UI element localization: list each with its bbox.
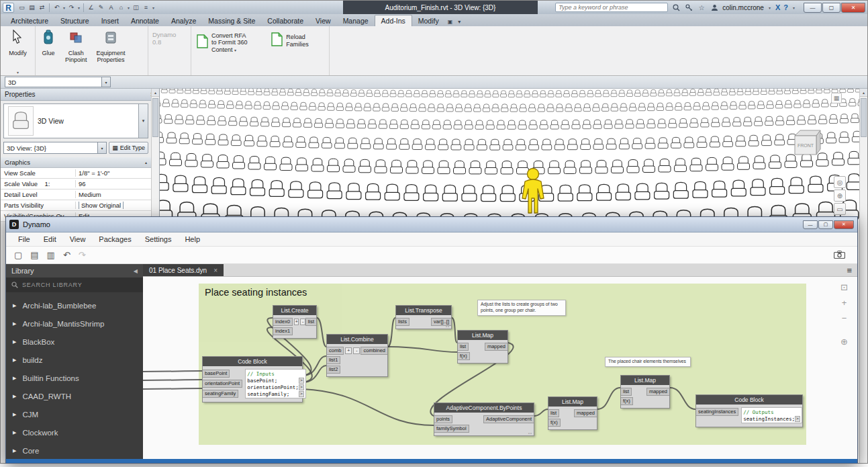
output-port[interactable]: > bbox=[299, 384, 304, 390]
node-code-block-inputs[interactable]: Code Block basePoint orientationPoint se… bbox=[202, 356, 303, 402]
qat-customize-caret-icon[interactable]: ▾ bbox=[151, 3, 156, 13]
modify-tool-button[interactable]: Modify bbox=[6, 28, 30, 58]
zoom-fit-icon[interactable]: ⊡ bbox=[840, 282, 848, 292]
combo-caret-icon[interactable]: ▾ bbox=[97, 142, 106, 153]
code-editor[interactable]: // Outputs seatingInstances;> bbox=[741, 407, 802, 423]
input-port[interactable]: seatingInstances bbox=[696, 408, 738, 416]
expand-arrow-icon[interactable]: ▶ bbox=[13, 303, 16, 308]
node-list-map-2[interactable]: List.Map list mapped f(x) bbox=[548, 396, 597, 430]
note-groups-of-points[interactable]: Adjust the lists to create groups of two… bbox=[477, 300, 566, 316]
library-item-caad-rwth[interactable]: ▶ CAAD_RWTH bbox=[6, 387, 143, 405]
equipment-properties-button[interactable]: Equipment Properties bbox=[94, 28, 128, 65]
menu-settings[interactable]: Settings bbox=[138, 235, 179, 243]
zoom-icon[interactable]: ⊕ bbox=[834, 189, 846, 202]
node-list-create[interactable]: List.Create index0 + - list index1 bbox=[273, 305, 317, 339]
scrollbar-thumb[interactable] bbox=[152, 98, 158, 137]
property-row[interactable]: Scale Value 1: 96 bbox=[1, 179, 151, 189]
tab-collaborate[interactable]: Collaborate bbox=[261, 15, 309, 26]
library-item-builtin-functions[interactable]: ▶ Builtin Functions bbox=[6, 369, 143, 387]
scroll-up-icon[interactable]: ▴ bbox=[860, 89, 867, 97]
menu-help[interactable]: Help bbox=[178, 235, 207, 243]
input-port[interactable]: list bbox=[621, 388, 632, 396]
qat-undo-icon[interactable]: ↶ bbox=[52, 3, 62, 13]
qat-open-icon[interactable]: ▭ bbox=[17, 3, 27, 13]
output-port[interactable]: mapped bbox=[574, 409, 597, 417]
expand-arrow-icon[interactable]: ▶ bbox=[13, 357, 16, 363]
exchange-apps-icon[interactable]: X bbox=[775, 3, 780, 11]
code-editor[interactable]: // Inputs basePoint;> orientationPoint;>… bbox=[245, 369, 306, 398]
input-port[interactable]: list bbox=[458, 343, 469, 351]
output-port[interactable]: mapped bbox=[646, 388, 669, 396]
ribbon-state-icon[interactable]: ▣ bbox=[445, 17, 456, 26]
workspace-menu-icon[interactable]: ≡ bbox=[847, 265, 852, 275]
output-port[interactable]: > bbox=[299, 378, 304, 384]
input-port[interactable]: f(x) bbox=[458, 352, 470, 360]
input-port[interactable]: index1 bbox=[273, 327, 293, 335]
close-button[interactable]: ✕ bbox=[834, 220, 854, 229]
expand-arrow-icon[interactable]: ▶ bbox=[13, 412, 16, 417]
zoom-in-icon[interactable]: + bbox=[840, 298, 848, 308]
view-properties-icon[interactable]: ▦ bbox=[831, 93, 842, 103]
search-icon[interactable] bbox=[671, 3, 681, 12]
library-item-archilab-bumblebee[interactable]: ▶ Archi-lab_Bumblebee bbox=[6, 296, 143, 314]
tab-view[interactable]: View bbox=[309, 15, 337, 26]
property-row[interactable]: Detail Level Medium bbox=[1, 189, 151, 200]
remove-port-button[interactable]: - bbox=[353, 347, 360, 354]
output-port[interactable]: > bbox=[795, 416, 800, 422]
redo-icon[interactable]: ↷ bbox=[79, 250, 86, 260]
add-port-button[interactable]: + bbox=[345, 347, 352, 354]
library-item-blackbox[interactable]: ▶ BlackBox bbox=[6, 333, 143, 351]
node-list-combine[interactable]: List.Combine comb + - combined list1 lis… bbox=[326, 334, 388, 377]
tab-annotate[interactable]: Annotate bbox=[125, 15, 165, 26]
workspace-tab[interactable]: 01 Place Seats.dyn × bbox=[143, 264, 224, 276]
node-code-block-outputs[interactable]: Code Block seatingInstances // Outputs s… bbox=[695, 394, 803, 427]
library-collapse-icon[interactable]: ◀ bbox=[134, 268, 138, 274]
tab-close-icon[interactable]: × bbox=[213, 267, 218, 274]
library-item-cjm[interactable]: ▶ CJM bbox=[6, 405, 143, 423]
input-port[interactable]: orientationPoint bbox=[203, 380, 242, 388]
viewcube[interactable]: FRONT bbox=[791, 129, 822, 160]
clash-pinpoint-button[interactable]: Clash Pinpoint bbox=[62, 28, 90, 65]
qat-undo-caret-icon[interactable]: ▾ bbox=[62, 3, 66, 13]
maximize-button[interactable]: ▢ bbox=[818, 220, 833, 229]
dynamo-titlebar[interactable]: D Dynamo — ▢ ✕ bbox=[6, 217, 857, 232]
instance-selector-combo[interactable]: 3D View: {3D} ▾ bbox=[3, 142, 107, 154]
expand-arrow-icon[interactable]: ▶ bbox=[13, 448, 16, 454]
input-port[interactable]: list1 bbox=[327, 356, 340, 364]
type-selector-caret-icon[interactable]: ▾ bbox=[138, 104, 148, 138]
user-caret-icon[interactable]: ▾ bbox=[767, 3, 772, 13]
maximize-button[interactable]: ▢ bbox=[822, 3, 840, 13]
scrollbar-thumb[interactable] bbox=[861, 98, 867, 137]
export-image-camera-icon[interactable] bbox=[834, 249, 845, 261]
output-port[interactable]: mapped bbox=[485, 343, 508, 351]
library-item-core[interactable]: ▶ Core bbox=[6, 441, 143, 459]
tab-massing-site[interactable]: Massing & Site bbox=[202, 15, 261, 26]
section-collapse-icon[interactable]: ▴ bbox=[145, 160, 147, 165]
note-placed-elements[interactable]: The placed chair elements themselves bbox=[605, 357, 691, 367]
node-list-map-1[interactable]: List.Map list mapped f(x) bbox=[457, 330, 508, 364]
help-icon[interactable]: ? bbox=[783, 3, 788, 11]
zoom-window-icon[interactable]: ▭ bbox=[834, 203, 846, 215]
library-search-input[interactable] bbox=[22, 282, 123, 288]
node-list-map-3[interactable]: List.Map list mapped f(x) bbox=[620, 375, 670, 409]
tab-manage[interactable]: Manage bbox=[337, 15, 375, 26]
tab-insert[interactable]: Insert bbox=[95, 15, 125, 26]
dynamo-canvas[interactable]: Place seating instances bbox=[143, 277, 857, 459]
glue-button[interactable]: Glue bbox=[38, 28, 58, 58]
steering-wheel-icon[interactable]: ◎ bbox=[834, 176, 846, 188]
output-port[interactable]: > bbox=[299, 391, 304, 397]
zoom-out-icon[interactable]: − bbox=[840, 313, 848, 323]
output-port[interactable]: list bbox=[305, 318, 316, 326]
qat-save-icon[interactable]: ▤ bbox=[27, 3, 37, 13]
minimize-button[interactable]: — bbox=[804, 3, 822, 13]
new-file-icon[interactable]: ▢ bbox=[14, 250, 22, 260]
panel-caret-icon[interactable]: ▾ bbox=[1, 70, 35, 75]
menu-edit[interactable]: Edit bbox=[37, 235, 63, 243]
tab-modify[interactable]: Modify bbox=[412, 15, 445, 26]
group-title[interactable]: Place seating instances bbox=[199, 284, 806, 301]
graphics-section-header[interactable]: Graphics ▴ bbox=[1, 157, 151, 168]
combo-caret-icon[interactable]: ▾ bbox=[101, 77, 110, 87]
tab-add-ins[interactable]: Add-Ins bbox=[375, 15, 412, 26]
close-button[interactable]: ✕ bbox=[841, 3, 865, 13]
input-port[interactable]: f(x) bbox=[548, 419, 561, 427]
